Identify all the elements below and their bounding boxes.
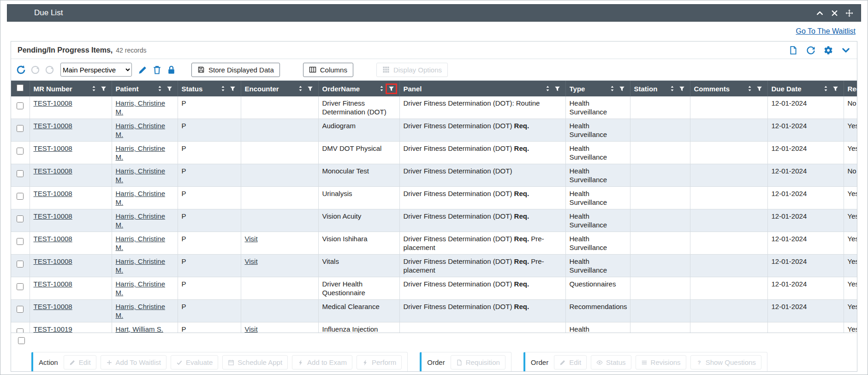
row-checkbox[interactable] <box>17 125 24 132</box>
evaluate-button[interactable]: Evaluate <box>171 355 218 369</box>
patient-link[interactable]: Harris, Christine M. <box>116 212 166 229</box>
perspective-select[interactable]: Main Perspective <box>60 63 132 77</box>
filter-icon[interactable] <box>618 85 626 93</box>
collapse-panel-icon[interactable] <box>841 46 850 55</box>
encounter-link[interactable]: Visit <box>245 325 258 333</box>
filter-icon[interactable] <box>553 85 562 93</box>
mr-number-link[interactable]: TEST-10008 <box>34 257 72 265</box>
column-header-panel[interactable]: Panel <box>399 81 565 96</box>
mr-number-link[interactable]: TEST-10008 <box>34 303 72 310</box>
row-checkbox[interactable] <box>17 283 24 290</box>
mr-number-link[interactable]: TEST-10008 <box>34 99 72 107</box>
mr-number-link[interactable]: TEST-10019 <box>34 325 72 333</box>
display-options-button[interactable]: Display Options <box>376 63 448 77</box>
select-all-checkbox[interactable] <box>17 84 24 91</box>
refresh-icon[interactable] <box>806 46 815 55</box>
patient-link[interactable]: Harris, Christine M. <box>116 99 166 116</box>
column-header-req[interactable]: Req <box>844 81 857 96</box>
column-header-ordername[interactable]: OrderName <box>318 81 399 96</box>
filter-icon[interactable] <box>678 85 686 93</box>
patient-link[interactable]: Harris, Christine M. <box>116 144 166 161</box>
patient-link[interactable]: Harris, Christine M. <box>116 257 166 274</box>
filter-icon[interactable] <box>99 85 108 93</box>
encounter-link[interactable]: Visit <box>245 257 258 265</box>
row-checkbox[interactable] <box>17 328 24 333</box>
footer-select-checkbox[interactable] <box>18 337 25 344</box>
history-back-icon[interactable] <box>30 65 41 75</box>
mr-number-link[interactable]: TEST-10008 <box>34 235 72 243</box>
reset-perspective-icon[interactable] <box>16 65 26 75</box>
column-header-status[interactable]: Status <box>178 81 241 96</box>
patient-link[interactable]: Harris, Christine M. <box>116 235 166 251</box>
column-header-due-date[interactable]: Due Date <box>767 81 844 96</box>
columns-button[interactable]: Columns <box>303 63 353 77</box>
patient-link[interactable]: Harris, Christine M. <box>116 303 166 319</box>
sort-icon[interactable] <box>823 85 829 92</box>
sort-icon[interactable] <box>609 85 615 92</box>
add-to-exam-button[interactable]: Add to Exam <box>292 355 352 369</box>
delete-perspective-icon[interactable] <box>152 65 162 75</box>
row-checkbox[interactable] <box>17 193 24 200</box>
column-header-patient[interactable]: Patient <box>112 81 178 96</box>
window-titlebar[interactable]: Due List <box>7 4 861 22</box>
mr-number-link[interactable]: TEST-10008 <box>34 190 72 197</box>
revisions-button[interactable]: Revisions <box>636 355 686 369</box>
column-header-station[interactable]: Station <box>630 81 690 96</box>
mr-number-link[interactable]: TEST-10008 <box>34 167 72 175</box>
encounter-link[interactable]: Visit <box>245 235 258 243</box>
filter-icon[interactable] <box>755 85 764 93</box>
column-header-mr-number[interactable]: MR Number <box>30 81 112 96</box>
row-checkbox[interactable] <box>17 102 24 109</box>
patient-link[interactable]: Harris, Christine M. <box>116 280 166 297</box>
column-header-type[interactable]: Type <box>565 81 630 96</box>
gear-icon[interactable] <box>824 46 833 55</box>
edit-button[interactable]: Edit <box>554 355 587 369</box>
show-questions-button[interactable]: Show Questions <box>690 355 761 369</box>
add-to-waitlist-button[interactable]: Add To Waitlist <box>101 355 166 369</box>
filter-icon[interactable] <box>165 85 174 93</box>
requisition-button[interactable]: Requisition <box>451 355 505 369</box>
row-checkbox[interactable] <box>17 238 24 245</box>
mr-number-link[interactable]: TEST-10008 <box>34 212 72 220</box>
row-checkbox[interactable] <box>17 170 24 177</box>
filter-icon[interactable] <box>831 85 840 93</box>
patient-link[interactable]: Harris, Christine M. <box>116 122 166 138</box>
new-document-icon[interactable] <box>789 46 798 55</box>
move-window-icon[interactable] <box>845 9 853 17</box>
edit-perspective-icon[interactable] <box>137 65 148 75</box>
sort-icon[interactable] <box>379 85 385 92</box>
close-window-icon[interactable] <box>831 9 838 17</box>
patient-link[interactable]: Harris, Christine M. <box>116 167 166 184</box>
filter-icon[interactable] <box>306 85 315 93</box>
sort-icon[interactable] <box>545 85 551 92</box>
go-to-waitlist-link[interactable]: Go To The Waitlist <box>796 27 856 35</box>
cell-type: Health Surveillance <box>565 322 630 333</box>
mr-number-link[interactable]: TEST-10008 <box>34 280 72 288</box>
history-forward-icon[interactable] <box>44 65 55 75</box>
lock-perspective-icon[interactable] <box>166 65 177 75</box>
edit-button[interactable]: Edit <box>64 355 96 369</box>
filter-icon[interactable] <box>387 85 396 93</box>
sort-icon[interactable] <box>747 85 753 92</box>
row-checkbox[interactable] <box>17 261 24 268</box>
mr-number-link[interactable]: TEST-10008 <box>34 122 72 130</box>
column-header-comments[interactable]: Comments <box>690 81 767 96</box>
perform-button[interactable]: Perform <box>357 355 402 369</box>
row-checkbox[interactable] <box>17 306 24 313</box>
filter-icon[interactable] <box>228 85 237 93</box>
sort-icon[interactable] <box>157 85 163 92</box>
status-button[interactable]: Status <box>591 355 631 369</box>
store-displayed-data-button[interactable]: Store Displayed Data <box>191 63 280 77</box>
mr-number-link[interactable]: TEST-10008 <box>34 144 72 152</box>
column-header-encounter[interactable]: Encounter <box>241 81 318 96</box>
row-checkbox[interactable] <box>17 215 24 222</box>
sort-icon[interactable] <box>669 85 675 92</box>
sort-icon[interactable] <box>220 85 226 92</box>
patient-link[interactable]: Hart, William S. <box>116 325 163 333</box>
sort-icon[interactable] <box>297 85 303 92</box>
collapse-window-icon[interactable] <box>816 9 824 17</box>
sort-icon[interactable] <box>91 85 97 92</box>
row-checkbox[interactable] <box>17 148 24 155</box>
patient-link[interactable]: Harris, Christine M. <box>116 190 166 206</box>
schedule-appt-button[interactable]: Schedule Appt <box>222 355 288 369</box>
